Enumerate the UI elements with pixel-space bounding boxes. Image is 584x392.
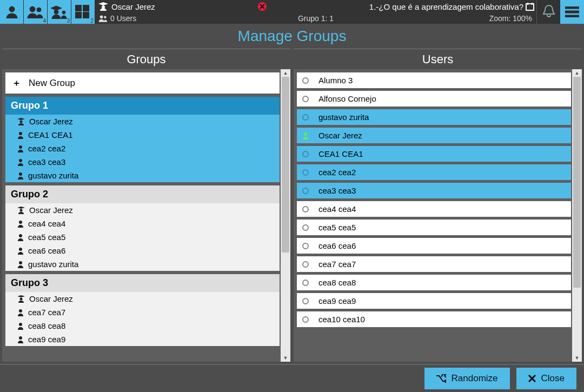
user-row[interactable]: Alumno 3 (297, 72, 571, 88)
shuffle-icon (436, 374, 446, 383)
close-x-icon[interactable] (254, 2, 270, 11)
calendar-icon (526, 2, 534, 11)
group-member[interactable]: cea2 cea2 (5, 142, 280, 155)
group-member[interactable]: Oscar Jerez (5, 203, 280, 217)
user-row[interactable]: cea2 cea2 (297, 164, 571, 180)
user-label: cea7 cea7 (318, 260, 356, 269)
nav-group-icon[interactable]: 4 (24, 0, 48, 24)
close-label: Close (541, 373, 565, 384)
group-member[interactable]: cea7 cea7 (5, 305, 280, 319)
svg-point-12 (100, 15, 103, 18)
svg-point-26 (19, 261, 22, 264)
member-label: gustavo zurita (28, 171, 78, 180)
page-title: Manage Groups (0, 24, 584, 49)
group-member[interactable]: cea8 cea8 (5, 319, 280, 333)
user-icon (17, 158, 24, 166)
new-group-button[interactable]: ＋New Group (5, 72, 280, 94)
randomize-button[interactable]: Randomize (424, 368, 510, 389)
nav-tasks-badge: 2 (90, 18, 94, 24)
teacher-icon (17, 207, 25, 214)
user-status-icon (302, 77, 309, 84)
user-row[interactable]: cea6 cea6 (297, 238, 571, 254)
groups-header: Groups (2, 49, 290, 69)
connected-users-label: 0 Users (95, 14, 187, 23)
user-row[interactable]: cea5 cea5 (297, 220, 571, 235)
user-status-icon (302, 132, 309, 139)
svg-rect-15 (565, 11, 579, 13)
member-label: cea2 cea2 (28, 144, 65, 153)
user-row[interactable]: cea3 cea3 (297, 183, 571, 198)
group-block[interactable]: Grupo 3Oscar Jerezcea7 cea7cea8 cea8cea9… (5, 274, 280, 346)
user-icon (17, 261, 24, 268)
svg-rect-7 (83, 5, 89, 11)
group-block[interactable]: Grupo 1Oscar JerezCEA1 CEA1cea2 cea2cea3… (5, 97, 280, 182)
group-member[interactable]: cea9 cea9 (5, 333, 280, 346)
user-icon (17, 145, 24, 152)
user-status-icon (302, 206, 309, 212)
group-member[interactable]: gustavo zurita (5, 257, 280, 271)
user-label: cea10 cea10 (318, 315, 365, 324)
nav-user-icon[interactable] (0, 0, 24, 24)
group-name[interactable]: Grupo 3 (5, 274, 280, 292)
user-status-icon (302, 169, 309, 176)
users-scrollbar[interactable]: ▲ ▼ (572, 69, 582, 362)
randomize-label: Randomize (452, 373, 498, 384)
svg-point-13 (104, 16, 107, 19)
user-status-icon (302, 114, 309, 121)
svg-point-25 (19, 248, 22, 251)
group-member[interactable]: cea6 cea6 (5, 244, 280, 257)
nav-tasks-icon[interactable]: 2 (71, 0, 95, 24)
user-label: cea5 cea5 (318, 223, 356, 232)
menu-icon[interactable] (560, 0, 584, 24)
close-icon (528, 375, 536, 382)
nav-group-badge: 4 (43, 18, 46, 24)
groups-scrollbar[interactable]: ▲ ▼ (281, 69, 290, 362)
group-member[interactable]: cea3 cea3 (5, 155, 280, 169)
user-label: Alfonso Cornejo (318, 94, 376, 103)
notifications-icon[interactable] (536, 0, 560, 24)
groups-list[interactable]: ＋New GroupGrupo 1Oscar JerezCEA1 CEA1cea… (2, 69, 281, 362)
group-member[interactable]: gustavo zurita (5, 169, 280, 182)
group-member[interactable]: Oscar Jerez (5, 292, 280, 305)
svg-point-1 (30, 6, 35, 12)
instructor-name: Oscar Jerez (111, 2, 155, 11)
user-row[interactable]: cea9 cea9 (297, 293, 571, 309)
svg-point-3 (54, 10, 58, 14)
user-row[interactable]: Alfonso Cornejo (297, 91, 571, 107)
member-label: Oscar Jerez (29, 117, 73, 126)
group-member[interactable]: cea5 cea5 (5, 230, 280, 244)
user-icon (17, 172, 24, 180)
member-label: CEA1 CEA1 (28, 130, 73, 139)
group-indicator: Grupo 1: 1 (187, 14, 444, 23)
user-status-icon (302, 316, 309, 323)
group-member[interactable]: Oscar Jerez (5, 115, 280, 128)
user-label: cea6 cea6 (318, 241, 356, 250)
group-member[interactable]: CEA1 CEA1 (5, 128, 280, 142)
lesson-title[interactable]: 1.-¿O que é a aprendizagem colaborativa? (369, 2, 536, 11)
user-row[interactable]: cea4 cea4 (297, 201, 571, 217)
user-row[interactable]: Oscar Jerez (297, 128, 571, 143)
user-label: gustavo zurita (318, 112, 369, 122)
svg-point-2 (37, 8, 41, 12)
user-row[interactable]: gustavo zurita (297, 109, 571, 125)
user-label: cea4 cea4 (318, 204, 356, 214)
group-name[interactable]: Grupo 1 (5, 97, 280, 115)
user-row[interactable]: cea7 cea7 (297, 256, 571, 272)
user-label: Oscar Jerez (318, 131, 362, 140)
nav-teachers-icon[interactable]: 3 (48, 0, 71, 24)
member-label: cea9 cea9 (28, 335, 65, 344)
teacher-icon (17, 295, 25, 303)
group-block[interactable]: Grupo 2Oscar Jerezcea4 cea4cea5 cea5cea6… (5, 185, 280, 271)
user-row[interactable]: cea10 cea10 (297, 311, 571, 327)
close-button[interactable]: Close (516, 368, 576, 389)
user-status-icon (302, 96, 309, 102)
user-row[interactable]: CEA1 CEA1 (297, 146, 571, 162)
user-row[interactable]: cea8 cea8 (297, 275, 571, 290)
member-label: Oscar Jerez (29, 294, 73, 303)
user-label: cea8 cea8 (318, 278, 356, 287)
user-icon (17, 220, 24, 228)
svg-point-20 (19, 159, 22, 162)
users-list[interactable]: Alumno 3Alfonso Cornejogustavo zuritaOsc… (294, 69, 572, 362)
group-member[interactable]: cea4 cea4 (5, 217, 280, 230)
group-name[interactable]: Grupo 2 (5, 185, 280, 203)
